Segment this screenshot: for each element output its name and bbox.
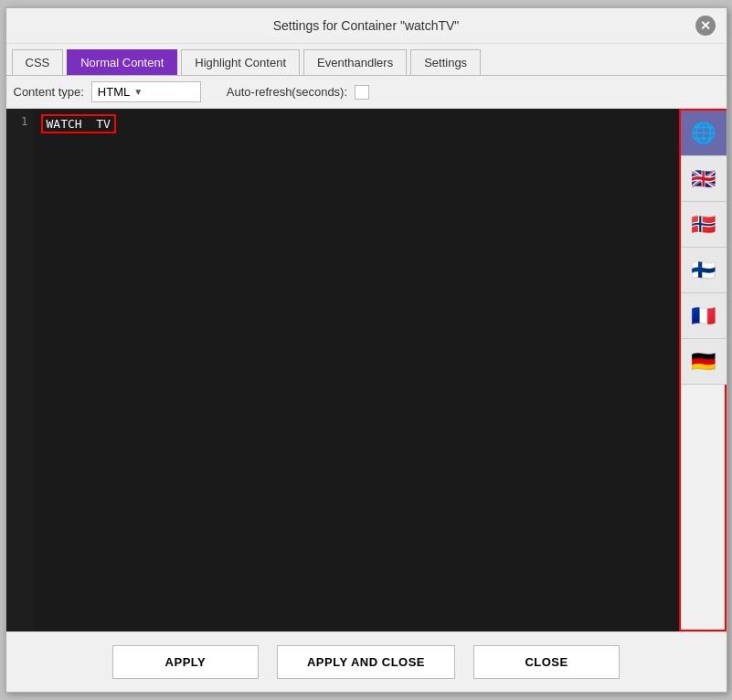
tab-css[interactable]: CSS bbox=[12, 49, 64, 75]
flag-un[interactable]: 🌐 bbox=[681, 111, 727, 156]
flag-de[interactable]: 🇩🇪 bbox=[681, 339, 727, 385]
flag-fr[interactable]: 🇫🇷 bbox=[681, 293, 727, 339]
tab-highlight-content[interactable]: Highlight Content bbox=[181, 49, 300, 75]
line-number-1: 1 bbox=[12, 114, 28, 128]
content-type-value: HTML bbox=[98, 85, 130, 99]
flag-no[interactable]: 🇳🇴 bbox=[681, 202, 727, 248]
auto-refresh-label: Auto-refresh(seconds): bbox=[227, 85, 347, 99]
content-type-label: Content type: bbox=[14, 85, 84, 99]
code-editor[interactable]: WATCH TV bbox=[34, 109, 679, 631]
code-line-1: WATCH TV bbox=[41, 114, 116, 133]
editor-toolbar: Content type: HTML ▼ Auto-refresh(second… bbox=[6, 76, 727, 109]
editor-area: 1 WATCH TV 🌐 🇬🇧 🇳🇴 🇫🇮 🇫🇷 🇩🇪 bbox=[6, 109, 727, 631]
flag-fi[interactable]: 🇫🇮 bbox=[681, 248, 727, 293]
close-button[interactable]: CLOSE bbox=[473, 645, 620, 679]
tab-eventhandlers[interactable]: Eventhandlers bbox=[303, 49, 407, 75]
tab-settings[interactable]: Settings bbox=[410, 49, 481, 75]
apply-close-button[interactable]: APPLY AND CLOSE bbox=[277, 645, 455, 679]
title-bar: Settings for Container "watchTV" ✕ bbox=[6, 8, 727, 44]
tab-normal-content[interactable]: Normal Content bbox=[67, 49, 177, 75]
line-numbers: 1 bbox=[6, 109, 34, 631]
tab-bar: CSS Normal Content Highlight Content Eve… bbox=[6, 44, 727, 76]
settings-dialog: Settings for Container "watchTV" ✕ CSS N… bbox=[5, 7, 727, 693]
language-flags-panel: 🌐 🇬🇧 🇳🇴 🇫🇮 🇫🇷 🇩🇪 bbox=[679, 109, 727, 631]
apply-button[interactable]: APPLY bbox=[112, 645, 259, 679]
flag-uk[interactable]: 🇬🇧 bbox=[681, 156, 727, 202]
dialog-close-button[interactable]: ✕ bbox=[695, 16, 716, 36]
bottom-button-bar: APPLY APPLY AND CLOSE CLOSE bbox=[6, 631, 727, 692]
chevron-down-icon: ▼ bbox=[133, 87, 143, 97]
dialog-title: Settings for Container "watchTV" bbox=[37, 18, 695, 33]
auto-refresh-checkbox[interactable] bbox=[355, 85, 369, 100]
content-type-select[interactable]: HTML ▼ bbox=[91, 81, 201, 102]
